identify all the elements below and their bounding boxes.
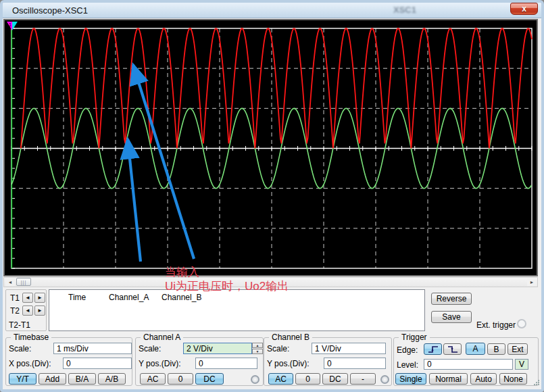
oscilloscope-window: Oscilloscope-XSC1 XSC1 x 1 当输入 Ui为正电压时，U… [0,0,544,392]
channel-b-scale-label: Scale: [267,344,289,353]
reverse-button[interactable]: Reverse [431,293,472,305]
channel-a-scale-label: Scale: [139,344,161,353]
schematic-watermark: XSC1 [393,5,416,15]
channel-b-group: Channel B Scale: 1 V/Div Y pos.(Div): 0 … [264,337,392,386]
timebase-mode-ba[interactable]: B/A [68,373,96,385]
annotation-line1: 当输入 [165,265,289,279]
trigger-edge-label: Edge: [397,345,418,355]
t1-right-icon[interactable]: ► [34,293,45,303]
channel-a-ac-button[interactable]: AC [140,373,166,385]
scrollbar-thumb[interactable]: ||| [16,278,31,286]
channel-b-minus-button[interactable]: - [350,373,376,385]
timebase-mode-add[interactable]: Add [39,373,66,385]
annotation-line2: Ui为正电压时，Uo2输出 [165,279,289,293]
channel-a-scale-spinner[interactable]: ▲ ▼ [252,343,263,354]
save-button[interactable]: Save [431,311,472,323]
cursor-readout-box: T1 ◄ ► T2 ◄ ► T2-T1 [5,289,47,331]
window-title: Oscilloscope-XSC1 [12,5,88,16]
scope-display[interactable]: 1 [3,19,538,276]
trigger-level-unit[interactable]: V [515,359,528,370]
trigger-mode-normal[interactable]: Normal [429,373,468,385]
timebase-mode-ab[interactable]: A/B [98,373,126,385]
annotation-text: 当输入 Ui为正电压时，Uo2输出 [165,265,289,293]
titlebar[interactable]: Oscilloscope-XSC1 XSC1 x [3,3,541,18]
column-channel-b: Channel_B [162,293,201,302]
channel-b-ac-button[interactable]: AC [268,373,293,385]
channel-a-dc-button[interactable]: DC [195,373,224,385]
scroll-right-icon[interactable]: ► [527,278,537,286]
channel-a-ypos-field[interactable]: 0 [195,358,257,369]
trigger-mode-none[interactable]: None [499,373,527,385]
svg-text:1: 1 [9,22,11,27]
spinner-down-icon[interactable]: ▼ [252,349,263,354]
t1-label: T1 [10,293,20,303]
channel-a-connector-icon [251,375,259,384]
resize-grip[interactable] [534,380,540,386]
trigger-title: Trigger [399,333,430,342]
timebase-scale-field[interactable]: 1 ms/Div [53,343,132,354]
channel-b-ypos-label: Y pos.(Div): [267,359,309,368]
trigger-mode-auto[interactable]: Auto [470,373,497,385]
column-time: Time [68,293,86,302]
ext-trigger-connector-icon [517,319,526,328]
channel-a-title: Channel A [141,333,183,342]
scroll-left-icon[interactable]: ◄ [5,278,15,286]
channel-a-group: Channel A Scale: 2 V/Div ▲ ▼ Y pos.(Div)… [135,337,264,386]
trigger-level-field[interactable]: 0 [424,359,513,370]
timebase-group: Timebase Scale: 1 ms/Div X pos.(Div): 0 … [5,337,132,386]
timebase-mode-yt[interactable]: Y/T [9,373,36,385]
close-button[interactable]: x [510,3,538,15]
trigger-source-a-button[interactable]: A [466,343,485,355]
channel-a-ypos-label: Y pos.(Div): [139,359,180,368]
channel-a-zero-button[interactable]: 0 [168,373,193,385]
t1-left-icon[interactable]: ◄ [22,293,33,303]
ext-trigger-label: Ext. trigger [476,320,516,330]
rising-edge-icon [427,345,439,353]
t2-label: T2 [10,306,20,316]
channel-b-title: Channel B [269,333,312,342]
channel-b-zero-button[interactable]: 0 [295,373,320,385]
channel-a-scale-field[interactable]: 2 V/Div [183,343,252,354]
waveform-canvas[interactable]: 1 [5,20,537,275]
channel-b-ypos-field[interactable]: 0 [324,358,386,369]
t2-left-icon[interactable]: ◄ [22,305,33,316]
column-channel-a: Channel_A [109,293,149,302]
trigger-group: Trigger Edge: A B Ext Level: 0 V Single … [393,337,539,386]
channel-b-scale-field[interactable]: 1 V/Div [312,343,386,354]
timebase-xpos-field[interactable]: 0 [63,358,132,369]
timebase-scale-label: Scale: [9,344,31,353]
trigger-level-label: Level: [397,360,418,370]
trigger-mode-single[interactable]: Single [395,373,426,385]
trigger-falling-edge-button[interactable] [443,343,462,355]
channel-b-connector-icon [380,375,389,384]
trigger-source-ext-button[interactable]: Ext [508,343,528,355]
channel-b-dc-button[interactable]: DC [322,373,348,385]
spinner-up-icon[interactable]: ▲ [252,343,263,348]
t2-t1-label: T2-T1 [9,320,30,330]
trigger-source-b-button[interactable]: B [487,343,505,355]
readout-panel: Time Channel_A Channel_B [49,289,425,331]
trigger-rising-edge-button[interactable] [424,343,442,355]
t2-right-icon[interactable]: ► [34,305,45,316]
timebase-title: Timebase [11,333,51,342]
timebase-xpos-label: X pos.(Div): [9,359,51,368]
falling-edge-icon [447,345,459,353]
